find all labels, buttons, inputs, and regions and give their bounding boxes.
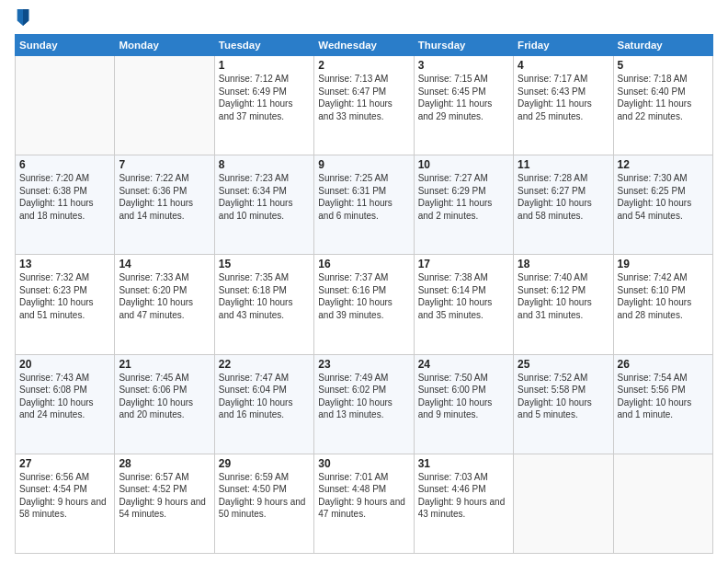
day-cell: 21Sunrise: 7:45 AMSunset: 6:06 PMDayligh…	[115, 354, 214, 454]
day-info: Sunrise: 7:33 AMSunset: 6:20 PMDaylight:…	[119, 271, 210, 321]
day-cell: 4Sunrise: 7:17 AMSunset: 6:43 PMDaylight…	[514, 56, 613, 155]
day-info: Sunrise: 7:42 AMSunset: 6:10 PMDaylight:…	[618, 271, 709, 321]
day-cell: 11Sunrise: 7:28 AMSunset: 6:27 PMDayligh…	[514, 155, 613, 255]
day-number: 29	[219, 457, 310, 470]
day-number: 20	[19, 358, 110, 371]
day-number: 17	[418, 258, 509, 270]
day-info: Sunrise: 7:01 AMSunset: 4:48 PMDaylight:…	[318, 471, 409, 521]
weekday-header-thursday: Thursday	[414, 35, 513, 56]
day-number: 12	[618, 158, 709, 171]
day-cell: 5Sunrise: 7:18 AMSunset: 6:40 PMDaylight…	[613, 56, 712, 155]
weekday-header-wednesday: Wednesday	[314, 35, 414, 56]
day-number: 15	[219, 258, 310, 270]
weekday-header-saturday: Saturday	[613, 35, 712, 56]
day-info: Sunrise: 6:59 AMSunset: 4:50 PMDaylight:…	[219, 471, 310, 521]
day-number: 31	[418, 457, 509, 470]
day-cell: 25Sunrise: 7:52 AMSunset: 5:58 PMDayligh…	[514, 354, 613, 454]
day-number: 1	[219, 59, 310, 72]
day-info: Sunrise: 7:13 AMSunset: 6:47 PMDaylight:…	[318, 73, 409, 122]
day-info: Sunrise: 7:17 AMSunset: 6:43 PMDaylight:…	[518, 73, 609, 122]
day-info: Sunrise: 7:50 AMSunset: 6:00 PMDaylight:…	[418, 372, 509, 421]
day-number: 26	[618, 358, 709, 371]
day-info: Sunrise: 7:37 AMSunset: 6:16 PMDaylight:…	[318, 271, 409, 321]
day-cell	[16, 56, 115, 155]
day-cell: 18Sunrise: 7:40 AMSunset: 6:12 PMDayligh…	[514, 255, 613, 354]
day-info: Sunrise: 7:18 AMSunset: 6:40 PMDaylight:…	[618, 73, 709, 122]
day-cell: 27Sunrise: 6:56 AMSunset: 4:54 PMDayligh…	[16, 454, 115, 553]
day-info: Sunrise: 7:28 AMSunset: 6:27 PMDaylight:…	[518, 172, 609, 222]
day-cell: 1Sunrise: 7:12 AMSunset: 6:49 PMDaylight…	[214, 56, 313, 155]
day-info: Sunrise: 7:30 AMSunset: 6:25 PMDaylight:…	[618, 172, 709, 222]
week-row-3: 13Sunrise: 7:32 AMSunset: 6:23 PMDayligh…	[16, 255, 713, 354]
day-info: Sunrise: 7:22 AMSunset: 6:36 PMDaylight:…	[119, 172, 210, 222]
weekday-header-row: SundayMondayTuesdayWednesdayThursdayFrid…	[16, 35, 713, 56]
day-info: Sunrise: 6:56 AMSunset: 4:54 PMDaylight:…	[19, 471, 110, 521]
day-cell: 26Sunrise: 7:54 AMSunset: 5:56 PMDayligh…	[613, 354, 712, 454]
day-number: 21	[119, 358, 210, 371]
day-cell: 14Sunrise: 7:33 AMSunset: 6:20 PMDayligh…	[115, 255, 214, 354]
day-cell: 29Sunrise: 6:59 AMSunset: 4:50 PMDayligh…	[214, 454, 313, 553]
day-cell: 23Sunrise: 7:49 AMSunset: 6:02 PMDayligh…	[314, 354, 414, 454]
day-info: Sunrise: 7:32 AMSunset: 6:23 PMDaylight:…	[19, 271, 110, 321]
logo	[15, 9, 29, 30]
day-cell: 22Sunrise: 7:47 AMSunset: 6:04 PMDayligh…	[214, 354, 313, 454]
day-cell: 20Sunrise: 7:43 AMSunset: 6:08 PMDayligh…	[16, 354, 115, 454]
day-number: 11	[518, 158, 609, 171]
day-cell	[613, 454, 712, 553]
day-cell: 8Sunrise: 7:23 AMSunset: 6:34 PMDaylight…	[214, 155, 313, 255]
weekday-header-tuesday: Tuesday	[214, 35, 313, 56]
day-info: Sunrise: 7:35 AMSunset: 6:18 PMDaylight:…	[219, 271, 310, 321]
day-number: 6	[19, 158, 110, 171]
day-cell: 28Sunrise: 6:57 AMSunset: 4:52 PMDayligh…	[115, 454, 214, 553]
day-number: 27	[19, 457, 110, 470]
day-cell: 30Sunrise: 7:01 AMSunset: 4:48 PMDayligh…	[314, 454, 414, 553]
day-info: Sunrise: 7:20 AMSunset: 6:38 PMDaylight:…	[19, 172, 110, 222]
day-cell	[514, 454, 613, 553]
day-number: 10	[418, 158, 509, 171]
day-info: Sunrise: 7:23 AMSunset: 6:34 PMDaylight:…	[219, 172, 310, 222]
weekday-header-friday: Friday	[514, 35, 613, 56]
day-info: Sunrise: 7:27 AMSunset: 6:29 PMDaylight:…	[418, 172, 509, 222]
week-row-2: 6Sunrise: 7:20 AMSunset: 6:38 PMDaylight…	[16, 155, 713, 255]
week-row-1: 1Sunrise: 7:12 AMSunset: 6:49 PMDaylight…	[16, 56, 713, 155]
day-number: 4	[518, 59, 609, 72]
day-number: 19	[618, 258, 709, 270]
day-number: 18	[518, 258, 609, 270]
day-number: 28	[119, 457, 210, 470]
day-number: 7	[119, 158, 210, 171]
day-cell: 3Sunrise: 7:15 AMSunset: 6:45 PMDaylight…	[414, 56, 513, 155]
day-number: 2	[318, 59, 409, 72]
day-info: Sunrise: 7:38 AMSunset: 6:14 PMDaylight:…	[418, 271, 509, 321]
day-cell: 10Sunrise: 7:27 AMSunset: 6:29 PMDayligh…	[414, 155, 513, 255]
day-info: Sunrise: 7:25 AMSunset: 6:31 PMDaylight:…	[318, 172, 409, 222]
day-cell: 24Sunrise: 7:50 AMSunset: 6:00 PMDayligh…	[414, 354, 513, 454]
day-number: 8	[219, 158, 310, 171]
day-info: Sunrise: 7:45 AMSunset: 6:06 PMDaylight:…	[119, 372, 210, 421]
week-row-5: 27Sunrise: 6:56 AMSunset: 4:54 PMDayligh…	[16, 454, 713, 553]
day-cell: 7Sunrise: 7:22 AMSunset: 6:36 PMDaylight…	[115, 155, 214, 255]
day-info: Sunrise: 7:03 AMSunset: 4:46 PMDaylight:…	[418, 471, 509, 521]
day-number: 3	[418, 59, 509, 72]
day-cell: 31Sunrise: 7:03 AMSunset: 4:46 PMDayligh…	[414, 454, 513, 553]
day-number: 25	[518, 358, 609, 371]
day-info: Sunrise: 7:52 AMSunset: 5:58 PMDaylight:…	[518, 372, 609, 421]
day-number: 24	[418, 358, 509, 371]
week-row-4: 20Sunrise: 7:43 AMSunset: 6:08 PMDayligh…	[16, 354, 713, 454]
day-cell: 12Sunrise: 7:30 AMSunset: 6:25 PMDayligh…	[613, 155, 712, 255]
calendar: SundayMondayTuesdayWednesdayThursdayFrid…	[15, 34, 713, 554]
day-number: 5	[618, 59, 709, 72]
day-cell: 16Sunrise: 7:37 AMSunset: 6:16 PMDayligh…	[314, 255, 414, 354]
day-cell: 13Sunrise: 7:32 AMSunset: 6:23 PMDayligh…	[16, 255, 115, 354]
day-info: Sunrise: 7:47 AMSunset: 6:04 PMDaylight:…	[219, 372, 310, 421]
day-cell: 17Sunrise: 7:38 AMSunset: 6:14 PMDayligh…	[414, 255, 513, 354]
logo-general	[15, 9, 29, 30]
day-info: Sunrise: 7:49 AMSunset: 6:02 PMDaylight:…	[318, 372, 409, 421]
day-cell: 15Sunrise: 7:35 AMSunset: 6:18 PMDayligh…	[214, 255, 313, 354]
day-number: 13	[19, 258, 110, 270]
weekday-header-sunday: Sunday	[16, 35, 115, 56]
day-number: 9	[318, 158, 409, 171]
day-number: 22	[219, 358, 310, 371]
day-cell: 19Sunrise: 7:42 AMSunset: 6:10 PMDayligh…	[613, 255, 712, 354]
day-cell: 9Sunrise: 7:25 AMSunset: 6:31 PMDaylight…	[314, 155, 414, 255]
day-info: Sunrise: 7:43 AMSunset: 6:08 PMDaylight:…	[19, 372, 110, 421]
